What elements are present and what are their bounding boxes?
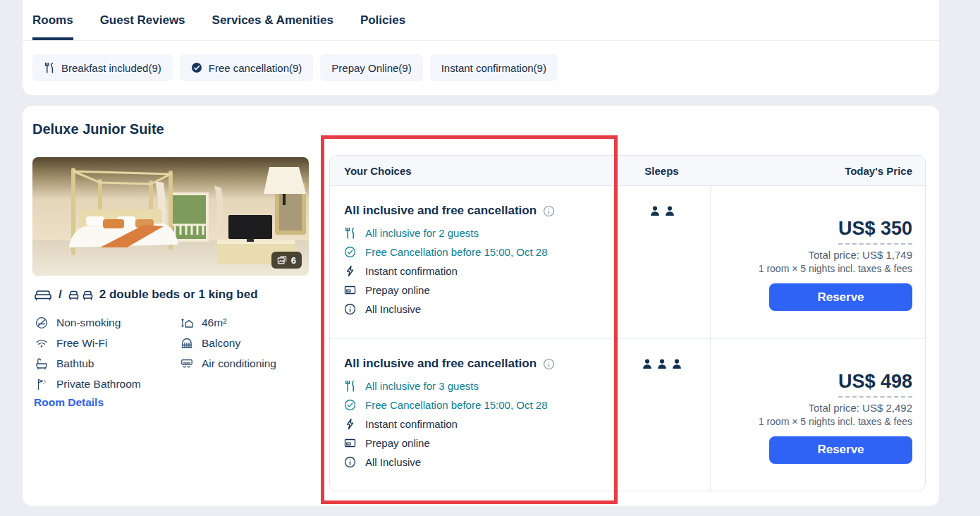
feature-label: Free Cancellation before 15:00, Oct 28 [365,246,548,258]
filter-chip-label: Breakfast included(9) [61,62,161,74]
amenity-non-smoking: Non-smoking [35,317,161,329]
restaurant-icon [344,380,356,392]
feature-all-inclusive: All Inclusive [344,303,613,315]
feature-all-inclusive-guests: All inclusive for 2 guests [344,227,613,239]
bed-separator: / [59,288,62,302]
no-smoking-icon [35,317,48,329]
room-photo[interactable]: 6 [32,157,309,276]
filter-chip-label: Prepay Online(9) [331,62,411,74]
price-current: US$ 498 [838,371,912,398]
single-bed-icon [34,289,52,301]
rate-option-row: All inclusive and free cancellation All … [330,338,925,491]
filter-chip-instant-confirmation[interactable]: Instant confirmation(9) [430,54,558,81]
room-size-icon [180,317,193,329]
reserve-button[interactable]: Reserve [769,283,912,311]
photo-count-badge: 6 [271,252,302,269]
feature-label: All inclusive for 3 guests [365,380,479,392]
option-title: All inclusive and free cancellation [344,357,613,371]
choices-cell: All inclusive and free cancellation All … [330,186,613,338]
room-title: Deluxe Junior Suite [32,121,164,137]
feature-free-cancellation: Free Cancellation before 15:00, Oct 28 [344,399,613,411]
room-details-link[interactable]: Room Details [34,396,104,409]
restaurant-icon [344,227,356,239]
sleeps-cell [613,339,710,491]
check-circle-icon [344,246,356,258]
filter-bar: Breakfast included(9) Free cancellation(… [23,41,939,81]
amenity-label: Bathtub [56,357,94,370]
amenity-air-conditioning: Air conditioning [180,357,276,370]
price-total: Total price: US$ 2,492 [808,402,912,414]
amenity-label: Balcony [202,337,240,350]
feature-label: Free Cancellation before 15:00, Oct 28 [365,399,548,411]
feature-label: Instant confirmation [365,418,458,430]
price-nights-note: 1 room × 5 nights incl. taxes & fees [759,416,912,427]
lightning-icon [344,418,356,430]
amenity-balcony: Balcony [180,337,276,350]
tab-label: Rooms [32,13,73,27]
feature-list: All inclusive for 2 guests Free Cancella… [344,227,613,315]
amenity-label: Free Wi-Fi [56,337,107,350]
room-photo-illustration [32,157,309,276]
info-icon[interactable] [543,358,555,370]
balcony-icon [180,337,193,350]
photo-count: 6 [291,255,296,266]
column-header-sleeps: Sleeps [613,165,710,177]
column-header-your-choices: Your Choices [330,165,613,177]
feature-label: Prepay online [365,284,430,296]
feature-label: All inclusive for 2 guests [365,227,479,239]
amenity-bathtub: Bathtub [35,357,161,370]
person-icon [642,358,653,370]
filter-chip-label: Free cancellation(9) [209,62,302,74]
feature-label: All Inclusive [365,456,421,468]
price-cell: US$ 498 Total price: US$ 2,492 1 room × … [710,339,925,491]
option-title: All inclusive and free cancellation [344,204,613,218]
choices-cell: All inclusive and free cancellation All … [330,339,613,491]
filter-chip-label: Instant confirmation(9) [441,62,546,74]
person-icon [671,358,682,370]
amenity-private-bathroom: Private Bathroom [35,378,161,391]
price-cell: US$ 350 Total price: US$ 1,749 1 room × … [710,186,925,338]
price-nights-note: 1 room × 5 nights incl. taxes & fees [759,263,912,274]
amenity-size: 46m² [180,317,276,329]
amenity-label: Non-smoking [56,317,121,329]
feature-label: Instant confirmation [365,265,458,277]
feature-prepay-online: Prepay online [344,437,613,449]
two-beds-icon [68,289,93,301]
rate-option-row: All inclusive and free cancellation All … [330,186,925,338]
amenity-label: Air conditioning [202,357,276,370]
reserve-button[interactable]: Reserve [769,436,912,464]
filter-chip-free-cancellation[interactable]: Free cancellation(9) [180,54,314,81]
tab-services-amenities[interactable]: Services & Amenities [212,0,333,40]
option-title-text: All inclusive and free cancellation [344,357,537,371]
tabs-filters-card: Rooms Guest Reviews Services & Amenities… [23,0,939,95]
person-icon [656,358,668,370]
feature-label: Prepay online [365,437,430,449]
prepay-card-icon [344,437,356,449]
tab-policies[interactable]: Policies [360,0,405,40]
amenity-label: Private Bathroom [56,378,141,391]
person-icon [649,205,661,217]
price-total: Total price: US$ 1,749 [808,249,912,261]
info-icon[interactable] [543,205,555,217]
person-icon [664,205,675,217]
bed-info: / 2 double beds or 1 king bed [34,288,258,302]
rate-table-header: Your Choices Sleeps Today's Price [330,156,925,186]
sleeps-cell [613,186,710,338]
tab-guest-reviews[interactable]: Guest Reviews [100,0,185,40]
feature-instant-confirmation: Instant confirmation [344,265,613,277]
amenities-list: Non-smoking Free Wi-Fi Bathtub [35,317,276,391]
tab-label: Guest Reviews [100,13,185,27]
bathtub-icon [35,357,48,370]
filter-chip-prepay-online[interactable]: Prepay Online(9) [320,54,422,81]
feature-instant-confirmation: Instant confirmation [344,418,613,430]
wifi-icon [35,337,48,350]
check-circle-icon [191,62,202,73]
feature-prepay-online: Prepay online [344,284,613,296]
filter-chip-breakfast[interactable]: Breakfast included(9) [32,54,173,81]
shower-icon [35,378,48,391]
tab-rooms[interactable]: Rooms [32,0,73,40]
air-conditioning-icon [180,357,193,370]
prepay-card-icon [344,284,356,296]
feature-all-inclusive: All Inclusive [344,456,613,468]
info-circle-icon [344,456,356,468]
